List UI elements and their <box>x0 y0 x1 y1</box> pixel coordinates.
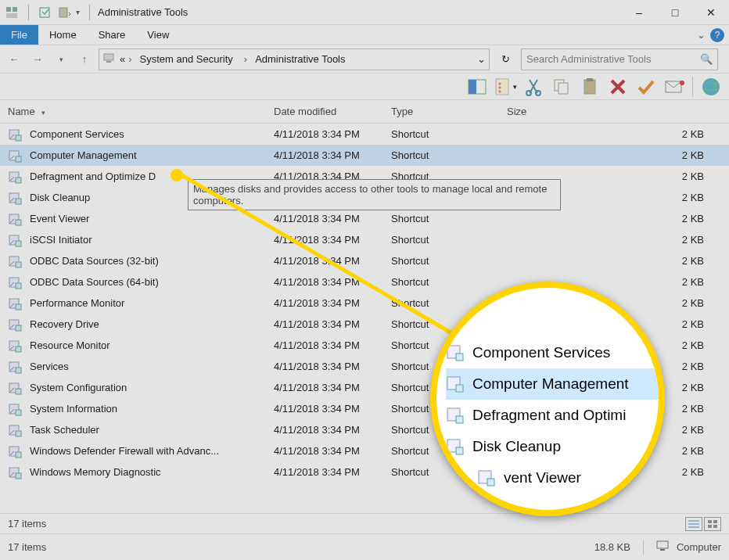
callout-dot <box>171 169 183 181</box>
tool-options-icon[interactable]: ▾ <box>495 77 515 97</box>
search-input[interactable] <box>526 53 713 65</box>
tab-home[interactable]: Home <box>38 25 88 45</box>
svg-rect-72 <box>708 525 712 528</box>
breadcrumb-root-caret[interactable]: « <box>120 53 132 65</box>
window-title: Administrative Tools <box>95 6 188 18</box>
svg-rect-45 <box>16 368 21 373</box>
file-date: 4/11/2018 3:34 PM <box>266 361 383 372</box>
file-row[interactable]: iSCSI Initiator4/11/2018 3:34 PMShortcut… <box>0 229 729 250</box>
svg-rect-16 <box>558 83 568 94</box>
file-type: Shortcut <box>383 276 499 288</box>
qat-save-icon[interactable] <box>38 5 52 20</box>
status-bar: 17 items <box>0 513 729 533</box>
column-name[interactable]: Name <box>0 100 266 123</box>
view-large-button[interactable] <box>704 517 721 531</box>
search-box[interactable]: 🔍 <box>521 48 718 70</box>
shortcut-icon <box>446 375 465 393</box>
help-icon[interactable]: ? <box>710 28 724 42</box>
svg-rect-62 <box>456 416 463 423</box>
file-row[interactable]: Component Services4/11/2018 3:34 PMShort… <box>0 124 729 145</box>
svg-rect-4 <box>59 8 67 17</box>
address-dropdown-icon[interactable]: ⌄ <box>477 53 486 65</box>
tool-cut-icon[interactable] <box>523 77 544 97</box>
status2-count: 17 items <box>8 541 46 553</box>
file-type: Shortcut <box>383 128 499 140</box>
tool-delete-icon[interactable] <box>608 77 628 97</box>
pc-icon <box>102 51 117 67</box>
svg-rect-23 <box>16 135 21 141</box>
tool-globe-icon[interactable] <box>701 77 721 97</box>
file-name: Component Services <box>30 128 124 140</box>
column-date[interactable]: Date modified <box>266 100 383 123</box>
file-row[interactable]: ODBC Data Sources (32-bit)4/11/2018 3:34… <box>0 250 729 271</box>
file-date: 4/11/2018 3:34 PM <box>266 276 383 288</box>
refresh-button[interactable]: ↻ <box>494 48 516 70</box>
tool-panel-icon[interactable] <box>467 77 487 97</box>
file-type: Shortcut <box>383 149 499 161</box>
svg-rect-8 <box>469 80 476 94</box>
shortcut-icon <box>477 468 496 487</box>
column-type[interactable]: Type <box>383 100 499 123</box>
breadcrumb-0[interactable]: System and Security <box>135 53 238 65</box>
tool-check-icon[interactable] <box>636 77 656 97</box>
tool-paste-icon[interactable] <box>580 77 600 97</box>
up-button[interactable]: ↑ <box>75 50 94 69</box>
file-size: 2 KB <box>499 213 729 224</box>
svg-rect-75 <box>660 549 665 551</box>
tab-share[interactable]: Share <box>88 25 137 45</box>
shortcut-icon <box>8 296 22 311</box>
file-row[interactable]: ODBC Data Sources (64-bit)4/11/2018 3:34… <box>0 271 729 293</box>
tab-file[interactable]: File <box>0 25 38 45</box>
ribbon-collapse-icon[interactable]: ⌄ <box>697 29 706 41</box>
tool-copy-icon[interactable] <box>551 77 572 97</box>
qat-dropdown-icon[interactable] <box>57 5 71 20</box>
status2-computer: Computer <box>677 541 721 553</box>
address-bar[interactable]: « System and Security Administrative Too… <box>99 48 490 70</box>
search-icon[interactable]: 🔍 <box>700 53 713 65</box>
file-size: 2 KB <box>499 128 729 140</box>
file-date: 4/11/2018 3:34 PM <box>266 149 383 161</box>
svg-rect-53 <box>16 452 21 458</box>
magnifier-header-fragment: ne <box>446 311 659 325</box>
svg-rect-25 <box>16 156 21 162</box>
svg-rect-47 <box>16 389 21 394</box>
view-details-button[interactable] <box>685 517 702 531</box>
shortcut-icon <box>446 437 465 456</box>
svg-rect-71 <box>713 520 717 523</box>
magnifier-row: Component Services <box>446 337 659 368</box>
svg-rect-35 <box>16 262 21 267</box>
svg-rect-73 <box>713 525 717 528</box>
file-name: Disk Cleanup <box>30 192 90 203</box>
tab-view[interactable]: View <box>136 25 180 45</box>
svg-rect-37 <box>16 283 21 289</box>
forward-button[interactable]: → <box>28 50 47 69</box>
magnifier-label: Component Services <box>472 344 610 361</box>
maximize-button[interactable]: □ <box>657 0 693 25</box>
svg-rect-27 <box>16 178 21 183</box>
svg-rect-43 <box>16 346 21 352</box>
svg-rect-3 <box>40 8 49 17</box>
svg-rect-74 <box>657 541 668 548</box>
breadcrumb-1[interactable]: Administrative Tools <box>250 53 350 65</box>
file-row[interactable]: Event Viewer4/11/2018 3:34 PMShortcut2 K… <box>0 208 729 229</box>
back-button[interactable]: ← <box>5 50 23 69</box>
close-button[interactable]: ✕ <box>693 0 729 25</box>
file-type: Shortcut <box>383 234 499 246</box>
qat-caret-icon[interactable]: ▾ <box>76 8 80 16</box>
column-size[interactable]: Size <box>499 100 729 123</box>
tool-mail-icon[interactable] <box>664 77 684 97</box>
sort-indicator-icon <box>41 106 45 117</box>
file-date: 4/11/2018 3:34 PM <box>266 339 383 351</box>
shortcut-icon <box>8 212 22 226</box>
file-date: 4/11/2018 3:34 PM <box>266 445 383 457</box>
recent-dropdown[interactable]: ▾ <box>52 50 70 69</box>
file-date: 4/11/2018 3:34 PM <box>266 234 383 246</box>
file-date: 4/11/2018 3:34 PM <box>266 255 383 267</box>
file-row[interactable]: Computer Management4/11/2018 3:34 PMShor… <box>0 145 729 166</box>
svg-rect-17 <box>584 80 595 94</box>
shortcut-icon <box>8 444 22 458</box>
minimize-button[interactable]: – <box>621 0 657 25</box>
svg-rect-2 <box>6 13 17 18</box>
file-date: 4/11/2018 3:34 PM <box>266 213 383 224</box>
file-size: 2 KB <box>499 149 729 161</box>
